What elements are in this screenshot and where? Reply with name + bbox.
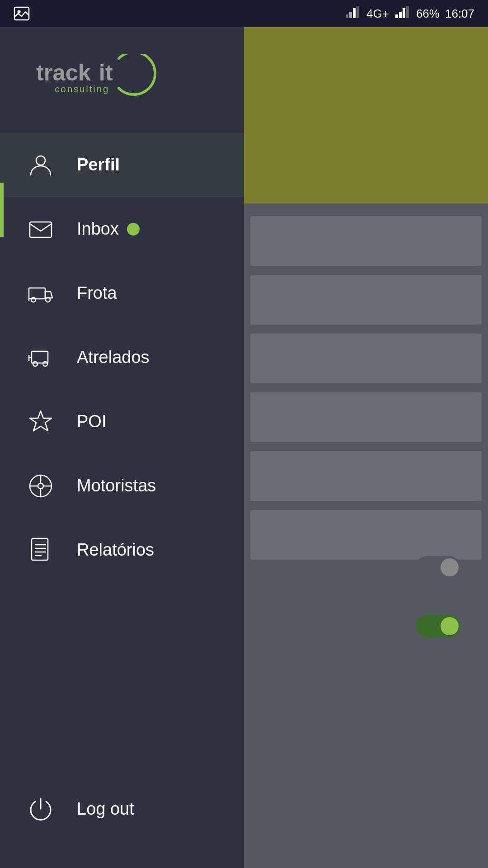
svg-marker-8: [403, 8, 405, 18]
nav-label-motoristas: Motoristas: [77, 476, 156, 495]
status-bar: 4G+ 66% 16:07: [0, 0, 488, 27]
svg-marker-2: [346, 14, 348, 18]
nav-label-poi: POI: [77, 412, 106, 431]
nav-item-frota[interactable]: Frota: [0, 261, 244, 326]
nav-label-logout: Log out: [77, 799, 134, 819]
trailer-icon: [23, 342, 59, 373]
svg-text:it: it: [99, 60, 113, 85]
nav-item-poi[interactable]: POI: [0, 390, 244, 454]
signal-icon: [345, 5, 361, 22]
nav-item-atrelados[interactable]: Atrelados: [0, 326, 244, 390]
svg-marker-6: [395, 14, 398, 18]
person-icon: [23, 149, 59, 181]
toggle-on[interactable]: [416, 615, 461, 637]
svg-rect-15: [29, 288, 45, 299]
right-header-block: [244, 27, 488, 203]
toggle-off[interactable]: [416, 556, 461, 579]
svg-point-22: [43, 362, 47, 366]
nav-item-logout[interactable]: Log out: [0, 777, 244, 841]
right-card-5: [250, 451, 482, 501]
nav-label-frota: Frota: [77, 283, 117, 303]
svg-point-1: [18, 10, 21, 14]
right-card-3: [250, 334, 482, 383]
svg-marker-24: [30, 411, 52, 431]
svg-marker-4: [353, 8, 356, 18]
nav-item-inbox[interactable]: Inbox: [0, 197, 244, 261]
svg-marker-7: [399, 12, 402, 18]
nav-item-perfil[interactable]: Perfil: [0, 133, 244, 197]
svg-text:consulting: consulting: [55, 84, 109, 94]
power-icon: [23, 793, 59, 825]
svg-rect-31: [32, 538, 48, 560]
svg-marker-5: [357, 6, 359, 18]
nav-label-perfil: Perfil: [77, 155, 120, 175]
app-logo: track it consulting: [36, 54, 172, 97]
nav-label-relatorios: Relatórios: [77, 540, 154, 560]
logo-area: track it consulting: [0, 27, 244, 124]
right-card-4: [250, 392, 482, 442]
star-icon: [23, 406, 59, 438]
nav-item-relatorios[interactable]: Relatórios: [0, 518, 244, 582]
status-bar-right: 4G+ 66% 16:07: [345, 5, 474, 22]
truck-icon: [23, 278, 59, 309]
envelope-icon: [23, 213, 59, 245]
inbox-notification-dot: [127, 223, 140, 236]
nav-label-inbox: Inbox: [77, 219, 119, 239]
svg-rect-14: [30, 222, 52, 237]
right-card-2: [250, 275, 482, 325]
network-type: 4G+: [366, 7, 389, 21]
battery-level: 66%: [416, 7, 440, 21]
signal-icon-2: [394, 5, 411, 22]
sidebar: track it consulting Perfil: [0, 27, 244, 868]
time: 16:07: [445, 7, 474, 21]
svg-marker-3: [349, 12, 352, 18]
document-icon: [23, 534, 59, 566]
right-card-1: [250, 216, 482, 266]
status-bar-left: [14, 5, 30, 22]
nav-items: Perfil Inbox: [0, 133, 244, 582]
svg-point-16: [31, 297, 36, 302]
svg-point-26: [38, 483, 43, 489]
svg-point-21: [33, 362, 38, 366]
active-indicator: [0, 183, 4, 237]
nav-label-atrelados: Atrelados: [77, 348, 150, 367]
right-card-6: [250, 510, 482, 560]
svg-text:track: track: [36, 60, 91, 85]
svg-marker-9: [406, 6, 409, 18]
svg-point-13: [36, 156, 45, 165]
steering-icon: [23, 470, 59, 502]
nav-item-motoristas[interactable]: Motoristas: [0, 454, 244, 518]
